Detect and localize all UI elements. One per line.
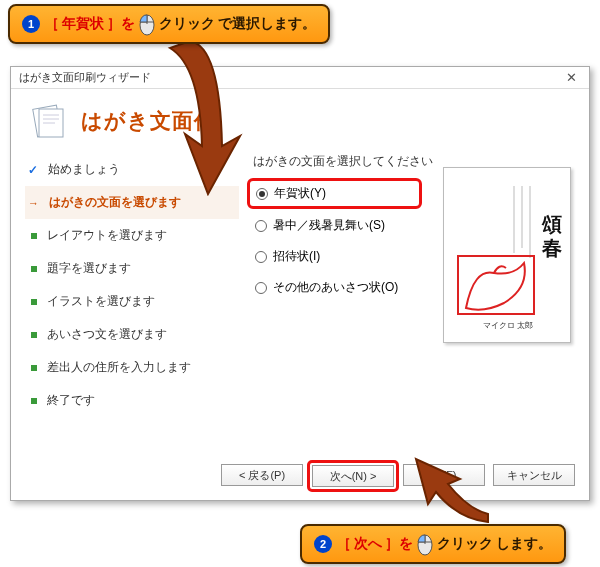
- bracket-close: ］を: [385, 535, 413, 553]
- wizard-step: 差出人の住所を入力します: [25, 351, 239, 384]
- wizard-step: 題字を選びます: [25, 252, 239, 285]
- bullet-icon: [31, 365, 37, 371]
- step-label: あいさつ文を選びます: [47, 326, 167, 343]
- highlight-box: 次へ(N) >: [307, 460, 399, 492]
- callout-tail: で選択します。: [218, 15, 316, 33]
- radio-nenga[interactable]: [256, 188, 268, 200]
- radio-label: 招待状(I): [273, 248, 320, 265]
- callout-action: クリック: [159, 15, 215, 33]
- radio-option[interactable]: 招待状(I): [255, 248, 425, 265]
- wizard-footer: < 戻る(P) 次へ(N) > 了(F) キャンセル: [221, 464, 575, 488]
- callout-target: 年賀状: [62, 15, 104, 33]
- callout-tail: します。: [496, 535, 552, 553]
- wizard-heading: はがき文面作: [81, 107, 216, 135]
- wizard-header: はがき文面作: [11, 89, 589, 145]
- step-label: イラストを選びます: [47, 293, 155, 310]
- postcard-preview: 頌 春 マイクロ 太郎: [443, 167, 571, 343]
- step-label: レイアウトを選びます: [47, 227, 167, 244]
- bullet-icon: [31, 266, 37, 272]
- radio-label: その他のあいさつ状(O): [273, 279, 398, 296]
- step-label: はがきの文面を選びます: [49, 194, 181, 211]
- wizard-step: あいさつ文を選びます: [25, 318, 239, 351]
- wizard-steps-list: ✓ 始めましょう → はがきの文面を選びます レイアウトを選びます 題字を選びま…: [25, 153, 239, 417]
- step-label: 題字を選びます: [47, 260, 131, 277]
- finish-button[interactable]: 了(F): [403, 464, 485, 486]
- callout-action: クリック: [437, 535, 493, 553]
- wizard-step: イラストを選びます: [25, 285, 239, 318]
- callout-target: 次へ: [354, 535, 382, 553]
- radio-group: 年賀状(Y) 暑中／残暑見舞い(S) 招待状(I) その他のあいさつ状(O): [255, 184, 425, 296]
- bracket-close: ］を: [107, 15, 135, 33]
- wizard-dialog: はがき文面印刷ウィザード ✕ はがき文面作 ✓ 始めましょう → はがきの文面を…: [10, 66, 590, 501]
- step-label: 差出人の住所を入力します: [47, 359, 191, 376]
- step-number-badge: 1: [22, 15, 40, 33]
- checkmark-icon: ✓: [28, 163, 38, 177]
- wizard-content-pane: はがきの文面を選択してください 年賀状(Y) 暑中／残暑見舞い(S) 招待状(I…: [239, 153, 575, 417]
- window-title: はがき文面印刷ウィザード: [19, 70, 557, 85]
- instruction-callout-1: 1 ［ 年賀状 ］を クリック で選択します。: [8, 4, 330, 44]
- radio-invite[interactable]: [255, 251, 267, 263]
- next-button[interactable]: 次へ(N) >: [312, 465, 394, 487]
- preview-sender: マイクロ 太郎: [483, 321, 533, 330]
- radio-label: 年賀状(Y): [274, 185, 326, 202]
- wizard-step: ✓ 始めましょう: [25, 153, 239, 186]
- mouse-icon: [138, 12, 156, 36]
- radio-option[interactable]: その他のあいさつ状(O): [255, 279, 425, 296]
- instruction-callout-2: 2 ［ 次へ ］を クリック します。: [300, 524, 566, 564]
- bullet-icon: [31, 332, 37, 338]
- bracket-open: ［: [337, 535, 351, 553]
- cancel-button[interactable]: キャンセル: [493, 464, 575, 486]
- radio-label: 暑中／残暑見舞い(S): [273, 217, 385, 234]
- bracket-open: ［: [45, 15, 59, 33]
- radio-option[interactable]: 暑中／残暑見舞い(S): [255, 217, 425, 234]
- arrow-right-icon: →: [28, 197, 39, 209]
- step-label: 終了です: [47, 392, 95, 409]
- bullet-icon: [31, 299, 37, 305]
- radio-shochu[interactable]: [255, 220, 267, 232]
- step-number-badge: 2: [314, 535, 332, 553]
- mouse-icon: [416, 532, 434, 556]
- titlebar: はがき文面印刷ウィザード ✕: [11, 67, 589, 89]
- highlight-box: 年賀状(Y): [247, 178, 422, 209]
- wizard-step: レイアウトを選びます: [25, 219, 239, 252]
- close-button[interactable]: ✕: [557, 70, 585, 85]
- bullet-icon: [31, 233, 37, 239]
- radio-other[interactable]: [255, 282, 267, 294]
- document-icon: [29, 103, 69, 139]
- wizard-step: 終了です: [25, 384, 239, 417]
- back-button[interactable]: < 戻る(P): [221, 464, 303, 486]
- wizard-step-current: → はがきの文面を選びます: [25, 186, 239, 219]
- step-label: 始めましょう: [48, 161, 120, 178]
- bullet-icon: [31, 398, 37, 404]
